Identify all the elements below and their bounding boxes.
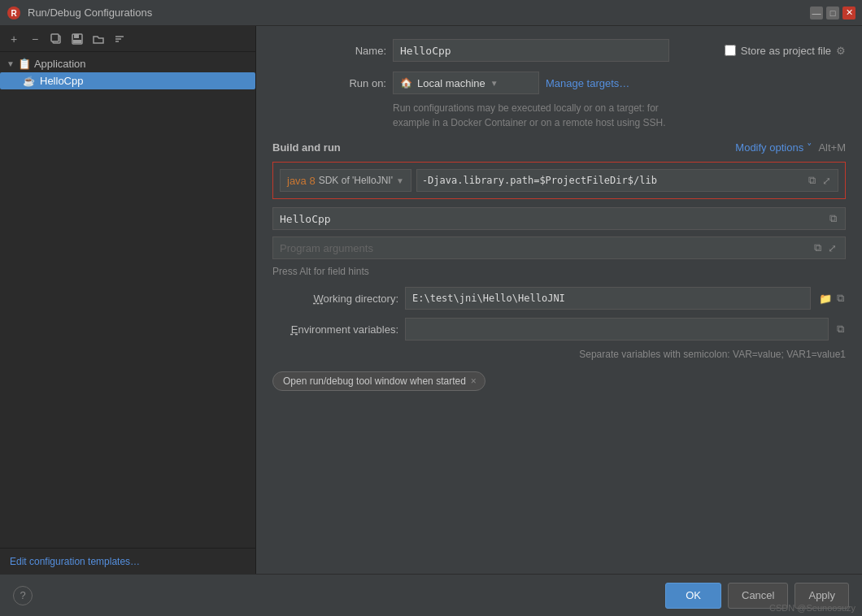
sidebar-group-label: Application	[34, 58, 86, 70]
chevron-down-icon: ▼	[7, 59, 15, 68]
window-title: Run/Debug Configurations	[28, 7, 810, 19]
home-icon: 🏠	[400, 77, 412, 89]
hellocpp-icon: ☕	[23, 76, 35, 87]
edit-templates-link[interactable]: Edit configuration templates…	[10, 556, 140, 567]
main-layout: + −	[0, 26, 862, 574]
window-controls: — □ ✕	[810, 7, 855, 20]
svg-rect-6	[73, 40, 81, 43]
store-project-label: Store as project file	[741, 45, 831, 57]
sort-button[interactable]	[111, 30, 128, 48]
sdk-chevron-icon: ▼	[396, 176, 404, 185]
working-dir-label: Working directory:	[272, 293, 398, 305]
main-class-copy-icon[interactable]: ⧉	[828, 212, 838, 225]
working-dir-copy-icon[interactable]: ⧉	[835, 292, 846, 305]
gear-icon: ⚙	[836, 45, 846, 57]
working-dir-display: E:\test\jni\Hello\HelloJNI	[405, 287, 811, 310]
sidebar-footer: Edit configuration templates…	[0, 548, 255, 574]
sidebar: + −	[0, 26, 256, 574]
sdk-dropdown[interactable]: java 8 SDK of 'HelloJNI' ▼	[280, 169, 411, 192]
sdk-keyword: java 8	[287, 175, 316, 187]
help-button[interactable]: ?	[13, 586, 33, 605]
env-vars-hint: Separate variables with semicolon: VAR=v…	[405, 349, 846, 360]
modify-options-link[interactable]: Modify options ˅ Alt+M	[735, 141, 846, 154]
vm-args-input[interactable]	[422, 175, 803, 186]
svg-text:R: R	[11, 9, 17, 18]
env-vars-display[interactable]	[405, 318, 829, 341]
sidebar-item-hellocpp[interactable]: ☕ HelloCpp	[0, 72, 255, 89]
save-button[interactable]	[68, 30, 86, 48]
svg-rect-5	[74, 34, 79, 38]
hint-text: Run configurations may be executed local…	[393, 101, 846, 130]
build-run-inner: java 8 SDK of 'HelloJNI' ▼ ⧉ ⤢	[280, 169, 838, 192]
main-class-row: HelloCpp ⧉	[272, 207, 846, 230]
tags-area: Open run/debug tool window when started …	[272, 371, 846, 391]
name-label: Name:	[272, 45, 386, 57]
prog-args-expand-icon[interactable]: ⤢	[826, 242, 838, 254]
store-project-checkbox[interactable]	[725, 45, 736, 56]
modify-options-label: Modify options	[735, 141, 803, 154]
run-on-label: Run on:	[272, 77, 386, 89]
vm-args-row: ⧉ ⤢	[416, 169, 838, 192]
sidebar-toolbar: + −	[0, 26, 255, 52]
build-run-header: Build and run Modify options ˅ Alt+M	[272, 141, 846, 154]
main-class-value: HelloCpp	[280, 213, 828, 225]
vm-copy-icon[interactable]: ⧉	[807, 174, 817, 187]
env-vars-row: Environment variables: ⧉	[272, 318, 846, 341]
working-dir-browse-icon[interactable]: 📁	[817, 292, 834, 305]
run-on-value: Local machine	[417, 77, 485, 89]
name-input[interactable]	[393, 39, 669, 62]
minimize-button[interactable]: —	[810, 7, 823, 20]
close-button[interactable]: ✕	[842, 7, 855, 20]
build-run-area: java 8 SDK of 'HelloJNI' ▼ ⧉ ⤢	[272, 162, 846, 199]
build-run-title: Build and run	[272, 141, 341, 154]
app-icon: R	[7, 6, 21, 20]
run-on-row: Run on: 🏠 Local machine ▼ Manage targets…	[272, 72, 846, 94]
name-row: Name: Store as project file ⚙	[272, 39, 846, 62]
run-on-dropdown[interactable]: 🏠 Local machine ▼	[393, 72, 539, 94]
run-tool-window-chip: Open run/debug tool window when started …	[272, 371, 485, 391]
application-group-icon: 📋	[18, 58, 31, 70]
working-dir-actions: 📁 ⧉	[817, 292, 846, 305]
ok-button[interactable]: OK	[665, 583, 721, 609]
remove-button[interactable]: −	[26, 30, 44, 48]
copy-button[interactable]	[47, 30, 65, 48]
vm-expand-icon[interactable]: ⤢	[821, 175, 833, 187]
modify-options-arrow: ˅	[807, 141, 812, 154]
sidebar-tree: ▼ 📋 Application ☕ HelloCpp	[0, 52, 255, 548]
watermark: CSDN @Seunoosuzy	[769, 603, 855, 613]
content-area: Name: Store as project file ⚙ Run on: 🏠 …	[256, 26, 862, 574]
program-args-placeholder: Program arguments	[280, 242, 373, 254]
sidebar-item-label: HelloCpp	[40, 75, 83, 87]
chip-label: Open run/debug tool window when started	[283, 375, 466, 387]
chevron-down-icon: ▼	[490, 79, 498, 88]
chip-close-button[interactable]: ×	[471, 375, 477, 387]
working-dir-row: Working directory: E:\test\jni\Hello\Hel…	[272, 287, 846, 310]
prog-args-copy-icon[interactable]: ⧉	[812, 241, 823, 254]
env-vars-actions: ⧉	[835, 323, 846, 336]
maximize-button[interactable]: □	[826, 7, 839, 20]
svg-rect-3	[51, 34, 59, 41]
env-vars-copy-icon[interactable]: ⧉	[835, 323, 846, 336]
sidebar-group-application[interactable]: ▼ 📋 Application	[0, 55, 255, 72]
prog-args-row: Program arguments ⧉ ⤢	[272, 236, 846, 259]
modify-shortcut: Alt+M	[818, 141, 846, 154]
add-button[interactable]: +	[5, 30, 23, 48]
open-button[interactable]	[89, 30, 107, 48]
title-bar: R Run/Debug Configurations — □ ✕	[0, 0, 862, 26]
env-vars-label: Environment variables:	[272, 323, 398, 336]
manage-targets-link[interactable]: Manage targets…	[546, 77, 629, 89]
sdk-suffix: SDK of 'HelloJNI'	[319, 175, 393, 186]
bottom-bar: ? OK Cancel Apply	[0, 574, 862, 616]
press-alt-hint: Press Alt for field hints	[272, 266, 846, 277]
